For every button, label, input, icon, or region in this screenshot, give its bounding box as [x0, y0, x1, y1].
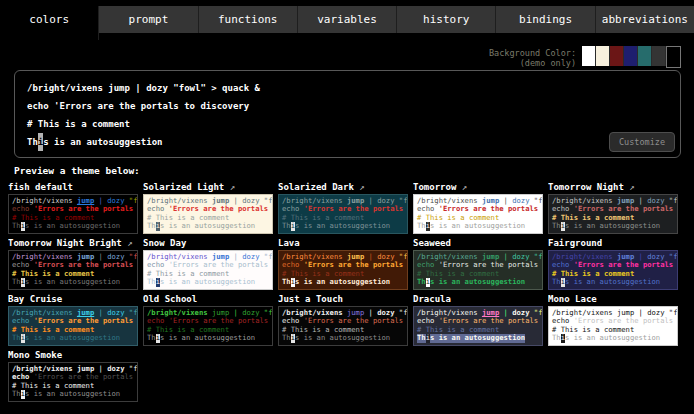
theme-title[interactable]: Mono Lace — [548, 293, 678, 305]
theme-name: Bay Cruise — [8, 294, 62, 304]
theme-name: Mono Lace — [548, 294, 597, 304]
theme-title[interactable]: Snow Day — [143, 237, 273, 249]
theme-preview-box[interactable]: /bright/vixens jump | dozy "fowl" > quac… — [8, 194, 138, 234]
tab-variables[interactable]: variables — [298, 6, 397, 33]
background-color-picker: Background Color: (demo only) — [489, 46, 681, 68]
tab-bindings[interactable]: bindings — [496, 6, 595, 33]
tab-colors[interactable]: colors — [0, 6, 99, 40]
sample-line: This is an autosuggestion — [417, 278, 525, 286]
tab-bar: colorspromptfunctionsvariableshistorybin… — [0, 6, 694, 33]
sample-line: This is an autosuggestion — [147, 334, 255, 342]
sample-line: /bright/vixens jump | dozy "fowl" > quac… — [27, 79, 260, 97]
bg-swatch-white[interactable] — [582, 46, 596, 66]
theme-name: Seaweed — [413, 238, 451, 248]
external-link-icon[interactable]: ↗ — [456, 182, 467, 192]
bg-swatch-black[interactable] — [666, 46, 681, 68]
theme-preview-box[interactable]: /bright/vixens jump | dozy "fowl" > quac… — [413, 250, 543, 290]
theme-title[interactable]: Lava — [278, 237, 408, 249]
external-link-icon[interactable]: ↗ — [624, 182, 635, 192]
fish-config-colors-page: colorspromptfunctionsvariableshistorybin… — [0, 0, 694, 414]
bg-swatch-charcoal[interactable] — [652, 46, 666, 66]
theme-preview-box[interactable]: /bright/vixens jump | dozy "fowl" > quac… — [143, 306, 273, 346]
external-link-icon[interactable]: ↗ — [122, 238, 133, 248]
theme-card-dracula[interactable]: Dracula /bright/vixens jump | dozy "fowl… — [413, 293, 543, 346]
theme-title[interactable]: Tomorrow Night Bright ↗ — [8, 237, 138, 249]
sample-line: This is an autosuggestion — [417, 222, 525, 230]
background-swatches — [582, 46, 681, 68]
theme-preview-box[interactable]: /bright/vixens jump | dozy "fowl" > quac… — [548, 250, 678, 290]
theme-name: Fairground — [548, 238, 602, 248]
theme-title[interactable]: Just a Touch — [278, 293, 408, 305]
sample-line: This is an autosuggestion — [147, 278, 255, 286]
theme-card-solarized-light[interactable]: Solarized Light ↗ /bright/vixens jump | … — [143, 181, 273, 234]
sample-line: This is an autosuggestion — [282, 334, 390, 342]
theme-preview-box[interactable]: /bright/vixens jump | dozy "fowl" > quac… — [548, 306, 678, 346]
bg-swatch-maroon[interactable] — [610, 46, 624, 66]
theme-preview-box[interactable]: /bright/vixens jump | dozy "fowl" > quac… — [278, 194, 408, 234]
theme-card-snow-day[interactable]: Snow Day /bright/vixens jump | dozy "fow… — [143, 237, 273, 290]
theme-card-tomorrow[interactable]: Tomorrow ↗ /bright/vixens jump | dozy "f… — [413, 181, 543, 234]
theme-card-mono-smoke[interactable]: Mono Smoke /bright/vixens jump | dozy "f… — [8, 349, 138, 402]
external-link-icon[interactable]: ↗ — [354, 182, 365, 192]
theme-card-mono-lace[interactable]: Mono Lace /bright/vixens jump | dozy "fo… — [548, 293, 678, 346]
theme-card-fairground[interactable]: Fairground /bright/vixens jump | dozy "f… — [548, 237, 678, 290]
theme-preview-box[interactable]: /bright/vixens jump | dozy "fowl" > quac… — [8, 362, 138, 402]
sample-line: echo 'Errors are the portals to discover… — [27, 97, 249, 115]
theme-name: Solarized Dark — [278, 182, 354, 192]
external-link-icon[interactable]: ↗ — [224, 182, 235, 192]
theme-name: Snow Day — [143, 238, 186, 248]
theme-preview-box[interactable]: /bright/vixens jump | dozy "fowl" > quac… — [143, 250, 273, 290]
theme-card-just-a-touch[interactable]: Just a Touch /bright/vixens jump | dozy … — [278, 293, 408, 346]
tab-functions[interactable]: functions — [199, 6, 298, 33]
theme-preview-box[interactable]: /bright/vixens jump | dozy "fowl" > quac… — [8, 306, 138, 346]
sample-line: This is an autosuggestion — [552, 278, 660, 286]
theme-grid: fish default /bright/vixens jump | dozy … — [8, 181, 678, 402]
sample-line: # This is a comment — [27, 115, 130, 133]
theme-title[interactable]: Bay Cruise — [8, 293, 138, 305]
sample-line: This is an autosuggestion — [27, 133, 162, 151]
theme-title[interactable]: Solarized Light ↗ — [143, 181, 273, 193]
theme-card-tomorrow-night-bright[interactable]: Tomorrow Night Bright ↗ /bright/vixens j… — [8, 237, 138, 290]
tab-history[interactable]: history — [397, 6, 496, 33]
theme-name: Tomorrow Night — [548, 182, 624, 192]
theme-preview-box[interactable]: /bright/vixens jump | dozy "fowl" > quac… — [413, 306, 543, 346]
theme-card-solarized-dark[interactable]: Solarized Dark ↗ /bright/vixens jump | d… — [278, 181, 408, 234]
bg-swatch-ivory[interactable] — [596, 46, 610, 66]
sample-line: This is an autosuggestion — [147, 222, 255, 230]
sample-line: This is an autosuggestion — [12, 222, 120, 230]
sample-line: This is an autosuggestion — [282, 222, 390, 230]
theme-title[interactable]: Dracula — [413, 293, 543, 305]
bg-swatch-teal[interactable] — [638, 46, 652, 66]
sample-line: This is an autosuggestion — [552, 222, 660, 230]
customize-button[interactable]: Customize — [609, 132, 675, 152]
theme-title[interactable]: Old School — [143, 293, 273, 305]
theme-name: Dracula — [413, 294, 451, 304]
theme-name: Just a Touch — [278, 294, 343, 304]
background-color-label: Background Color: (demo only) — [489, 46, 576, 68]
theme-preview-box[interactable]: /bright/vixens jump | dozy "fowl" > quac… — [278, 250, 408, 290]
theme-title[interactable]: fish default — [8, 181, 138, 193]
theme-card-old-school[interactable]: Old School /bright/vixens jump | dozy "f… — [143, 293, 273, 346]
theme-card-lava[interactable]: Lava /bright/vixens jump | dozy "fowl" >… — [278, 237, 408, 290]
theme-card-fish-default[interactable]: fish default /bright/vixens jump | dozy … — [8, 181, 138, 234]
theme-title[interactable]: Mono Smoke — [8, 349, 138, 361]
theme-title[interactable]: Seaweed — [413, 237, 543, 249]
theme-title[interactable]: Tomorrow ↗ — [413, 181, 543, 193]
theme-card-tomorrow-night[interactable]: Tomorrow Night ↗ /bright/vixens jump | d… — [548, 181, 678, 234]
theme-name: Old School — [143, 294, 197, 304]
tab-abbreviations[interactable]: abbreviations — [596, 6, 694, 33]
theme-card-seaweed[interactable]: Seaweed /bright/vixens jump | dozy "fowl… — [413, 237, 543, 290]
theme-preview-box[interactable]: /bright/vixens jump | dozy "fowl" > quac… — [8, 250, 138, 290]
tab-prompt[interactable]: prompt — [99, 6, 198, 33]
theme-preview-box[interactable]: /bright/vixens jump | dozy "fowl" > quac… — [413, 194, 543, 234]
theme-preview-box[interactable]: /bright/vixens jump | dozy "fowl" > quac… — [143, 194, 273, 234]
theme-preview-box[interactable]: /bright/vixens jump | dozy "fowl" > quac… — [548, 194, 678, 234]
theme-title[interactable]: Solarized Dark ↗ — [278, 181, 408, 193]
theme-name: Solarized Light — [143, 182, 224, 192]
theme-title[interactable]: Tomorrow Night ↗ — [548, 181, 678, 193]
sample-line: This is an autosuggestion — [12, 334, 120, 342]
theme-title[interactable]: Fairground — [548, 237, 678, 249]
bg-swatch-navy[interactable] — [624, 46, 638, 66]
theme-card-bay-cruise[interactable]: Bay Cruise /bright/vixens jump | dozy "f… — [8, 293, 138, 346]
theme-preview-box[interactable]: /bright/vixens jump | dozy "fowl" > quac… — [278, 306, 408, 346]
